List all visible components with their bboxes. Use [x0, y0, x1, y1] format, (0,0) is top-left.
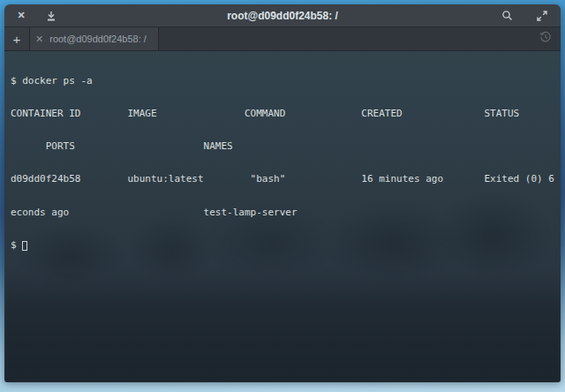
- terminal-window: ✕ root@d09dd0f24b58: /: [4, 4, 561, 382]
- search-icon: [501, 10, 513, 21]
- fullscreen-button[interactable]: [529, 4, 555, 27]
- download-icon: [46, 11, 56, 21]
- command-line: $ docker ps -a: [11, 76, 561, 87]
- docker-ps-header-line1: CONTAINER ID IMAGE COMMAND CREATED STATU…: [11, 109, 561, 119]
- terminal-cursor: [22, 241, 27, 251]
- history-icon: [539, 31, 552, 47]
- plus-icon: +: [13, 33, 21, 46]
- close-icon: ✕: [17, 10, 25, 21]
- tabbar-spacer: [159, 27, 531, 50]
- new-tab-button[interactable]: +: [4, 27, 30, 50]
- docker-ps-row-line2: econds ago test-lamp-server: [11, 207, 561, 218]
- prompt-line: $: [11, 240, 561, 251]
- tab-close-icon[interactable]: ✕: [35, 34, 43, 44]
- download-button[interactable]: [38, 4, 64, 27]
- terminal-output: $ docker ps -a CONTAINER ID IMAGE COMMAN…: [4, 51, 561, 273]
- tab-label: root@d09dd0f24b58: /: [49, 34, 147, 44]
- shell-prompt: $: [11, 240, 22, 251]
- fullscreen-expand-icon: [537, 11, 547, 21]
- tab-root-session[interactable]: ✕ root@d09dd0f24b58: /: [30, 27, 159, 50]
- titlebar: ✕ root@d09dd0f24b58: /: [4, 4, 561, 27]
- docker-ps-header-line2: PORTS NAMES: [11, 141, 561, 152]
- search-button[interactable]: [493, 4, 520, 27]
- close-window-button[interactable]: ✕: [8, 4, 34, 27]
- history-button[interactable]: [531, 27, 561, 50]
- terminal-screen[interactable]: $ docker ps -a CONTAINER ID IMAGE COMMAN…: [4, 51, 561, 382]
- docker-ps-row-line1: d09dd0f24b58 ubuntu:latest "bash" 16 min…: [11, 174, 561, 185]
- tabbar: + ✕ root@d09dd0f24b58: /: [4, 27, 561, 51]
- window-title: root@d09dd0f24b58: /: [4, 4, 561, 26]
